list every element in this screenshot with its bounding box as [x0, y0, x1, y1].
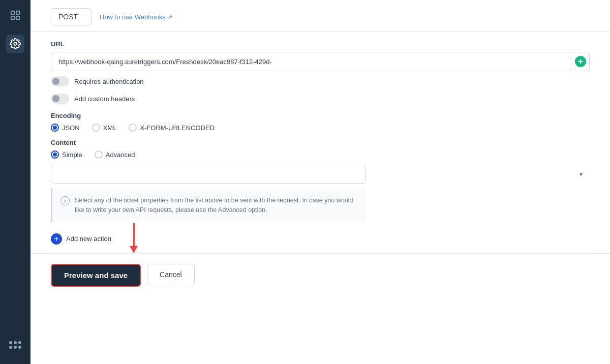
preview-save-button[interactable]: Preview and save [51, 264, 141, 287]
add-action-row[interactable]: + Add new action [30, 222, 610, 253]
content-dropdown-row: ▾ [51, 165, 590, 184]
encoding-json-option[interactable]: JSON [51, 124, 80, 132]
content-advanced-option[interactable]: Advanced [95, 150, 135, 159]
webhook-help-link[interactable]: How to use Webhooks [100, 13, 172, 21]
url-label: URL [51, 40, 590, 48]
content-advanced-label: Advanced [106, 151, 135, 159]
requires-auth-toggle[interactable] [51, 76, 69, 86]
sidebar-chart-icon[interactable] [6, 6, 24, 24]
svg-rect-2 [11, 16, 14, 19]
add-action-icon: + [51, 233, 62, 245]
custom-headers-thumb [52, 95, 59, 102]
arrow-head [130, 246, 138, 253]
requires-auth-label: Requires authentication [74, 78, 144, 85]
custom-headers-label: Add custom headers [74, 95, 135, 103]
content-simple-radio [51, 150, 59, 159]
add-action-label: Add new action [66, 235, 111, 242]
grid-dots-icon [9, 341, 21, 349]
svg-point-4 [14, 42, 17, 45]
footer: Preview and save Cancel [30, 253, 610, 297]
url-section: URL [30, 32, 610, 71]
url-action-button[interactable] [571, 52, 589, 71]
content-section: Content Simple Advanced ▾ i Select any o… [30, 132, 610, 222]
requires-auth-row: Requires authentication [30, 71, 610, 88]
encoding-label: Encoding [51, 112, 590, 119]
svg-rect-3 [16, 16, 19, 19]
sidebar-apps-icon[interactable] [6, 336, 24, 354]
custom-headers-row: Add custom headers [30, 88, 610, 106]
requires-auth-track [51, 76, 69, 86]
custom-headers-track [51, 94, 69, 104]
content-dropdown[interactable] [51, 165, 366, 184]
encoding-xml-option[interactable]: XML [92, 124, 117, 132]
content-label: Content [51, 139, 590, 146]
sidebar [0, 0, 30, 364]
url-field-row [51, 52, 590, 71]
requires-auth-thumb [52, 78, 59, 85]
encoding-xform-radio [129, 124, 137, 132]
svg-rect-0 [11, 11, 14, 14]
encoding-radio-group: JSON XML X-FORM-URLENCODED [51, 124, 590, 132]
encoding-xml-radio [92, 124, 100, 132]
url-add-icon [575, 56, 586, 67]
encoding-xml-label: XML [103, 124, 117, 132]
encoding-xform-label: X-FORM-URLENCODED [140, 124, 215, 132]
content-info-text: Select any of the ticket properties from… [75, 196, 358, 215]
cancel-button[interactable]: Cancel [147, 264, 195, 285]
encoding-section: Encoding JSON XML X-FORM-URLENCODED [30, 106, 610, 132]
top-bar: How to use Webhooks [30, 0, 610, 32]
content-advanced-radio [95, 150, 103, 159]
content-simple-option[interactable]: Simple [51, 150, 82, 159]
method-input[interactable] [51, 8, 92, 25]
sidebar-gear-icon[interactable] [6, 35, 24, 53]
content-radio-group: Simple Advanced [51, 150, 590, 159]
arrow-line [133, 223, 135, 246]
arrow-indicator [130, 223, 138, 253]
svg-rect-1 [16, 11, 19, 14]
url-input[interactable] [51, 53, 571, 71]
info-icon: i [60, 196, 70, 205]
chevron-down-icon: ▾ [580, 171, 583, 178]
main-content: How to use Webhooks URL Requires authent… [30, 0, 610, 364]
content-simple-label: Simple [62, 151, 82, 159]
custom-headers-toggle[interactable] [51, 94, 69, 104]
encoding-json-label: JSON [62, 124, 80, 132]
content-info-box: i Select any of the ticket properties fr… [51, 189, 366, 222]
encoding-json-radio [51, 124, 59, 132]
encoding-xform-option[interactable]: X-FORM-URLENCODED [129, 124, 215, 132]
